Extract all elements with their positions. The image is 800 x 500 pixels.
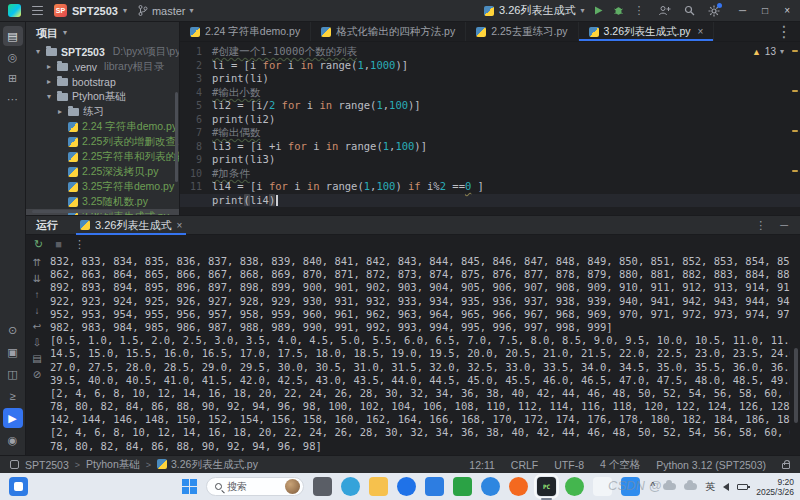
taskbar-clock[interactable]: 9:20 2025/3/26 [756,477,794,497]
editor-tab[interactable]: 3.26列表生成式.py× [579,22,715,41]
up-stack-trace-icon[interactable]: ↑ [35,287,40,303]
hide-tool-window-button[interactable]: ─ [780,219,788,231]
vcs-branch-widget[interactable]: master ▾ [138,5,194,17]
taskbar-app-dark-icon[interactable] [313,477,332,496]
structure-tool-icon[interactable]: ⊞ [3,68,23,88]
print-icon[interactable]: ▤ [32,351,41,367]
taskbar-app-blue-round-icon[interactable] [481,477,500,496]
breadcrumb[interactable]: SPT2503>Ptyhon基础>3.26列表生成式.py [10,458,258,472]
down-stack-trace-icon[interactable]: ↓ [35,303,40,319]
run-button[interactable] [593,5,604,16]
editor-tab[interactable]: 2.24 字符串demo.py [180,22,311,41]
tree-item[interactable]: ▾Ptyhon基础 [26,89,179,104]
taskbar-search-box[interactable]: 搜索 [206,477,304,496]
hidden-icons-chevron[interactable]: ^ [650,481,655,492]
tree-item[interactable]: ▸练习 [26,104,179,119]
taskbar-firefox-icon[interactable] [509,477,528,496]
inspections-widget[interactable]: ▲ 13 ▾ [752,46,784,57]
tree-item[interactable]: ▾SPT2503D:\pyx\项目\python\myflaskd [26,44,179,59]
tool-window-widget-icon[interactable] [10,460,19,469]
weather-icon[interactable] [663,483,676,490]
taskbar-chat-app-icon[interactable] [593,477,612,496]
taskbar-wechat-icon[interactable] [453,477,472,496]
chevron-right-icon[interactable]: ▸ [45,62,53,71]
breadcrumb-item[interactable]: Ptyhon基础 [86,458,140,472]
chevron-down-icon[interactable]: ▾ [45,92,53,101]
run-panel-options-button[interactable]: ⋮ [755,219,766,232]
project-horizontal-scrollbar[interactable] [32,210,112,213]
window-close-button[interactable]: × [784,5,790,16]
code-editor[interactable]: 123456789101112 #创建一个1-10000个数的列表li = [i… [180,42,800,215]
indent-widget[interactable]: 4 个空格 [600,458,640,472]
more-tool-windows-icon[interactable]: ⋯ [3,89,23,109]
scroll-to-end-icon[interactable]: ⇩ [33,335,41,351]
tree-item[interactable]: ▸.venvlibrary根目录 [26,59,179,74]
taskbar-app-blue-circle-icon[interactable] [397,477,416,496]
python-interpreter-widget[interactable]: Python 3.12 (SPT2503) [656,459,766,471]
taskbar-file-explorer-icon[interactable] [369,477,388,496]
taskbar-app-water-drop-icon[interactable] [621,477,640,496]
encoding-widget[interactable]: UTF-8 [554,459,584,471]
search-everywhere-icon[interactable] [684,5,695,16]
project-panel-header[interactable]: 项目 ▾ [26,22,179,44]
more-run-actions-button[interactable]: ⋮ [633,4,644,17]
terminal-tool-icon[interactable]: ▣ [3,342,23,362]
python-console-tool-icon[interactable]: ≥ [3,386,23,406]
battery-icon[interactable] [737,484,748,490]
main-menu-button[interactable] [32,6,43,15]
project-widget[interactable]: SP SPT2503 ▾ [54,4,127,17]
more-options-button[interactable]: ⋮ [74,238,85,251]
read-only-lock-icon[interactable] [782,463,790,469]
chevron-right-icon[interactable]: ▸ [45,77,53,86]
caret-position-widget[interactable]: 12:11 [469,459,495,471]
taskbar-pycharm-icon[interactable]: PC [537,477,556,496]
project-vertical-scrollbar[interactable] [175,92,178,182]
soft-wrap-icon[interactable]: ↩ [33,319,41,335]
tree-item[interactable]: 3.25随机数.py [26,194,179,209]
cloud-sync-icon[interactable] [684,483,697,490]
tree-item[interactable]: 2.25深浅拷贝.py [26,164,179,179]
breadcrumb-item[interactable]: 3.26列表生成式.py [157,458,258,472]
console-output[interactable]: 832, 833, 834, 835, 836, 837, 838, 839, … [50,255,790,455]
chevron-right-icon[interactable]: ▸ [56,107,64,116]
jump-to-top-icon[interactable]: ⇈ [33,255,41,271]
tree-item[interactable]: 2.24 字符串demo.py [26,119,179,134]
jump-to-bottom-icon[interactable]: ⇊ [33,271,41,287]
tab-options-button[interactable]: ⋮ [768,22,800,41]
breadcrumb-item[interactable]: SPT2503 [25,459,69,471]
taskbar-pinned-blue-app-icon[interactable] [9,477,28,496]
settings-button[interactable] [708,5,720,17]
run-configuration-selector[interactable]: 3.26列表生成式 ▾ [484,3,584,18]
python-packages-tool-icon[interactable]: ◫ [3,364,23,384]
run-tab[interactable]: 3.26列表生成式 × [76,216,186,235]
tree-item[interactable]: 3.25字符串demo.py [26,179,179,194]
editor-scrollbar[interactable] [790,42,800,215]
tree-item[interactable]: 2.25列表的增删改查.py [26,134,179,149]
chevron-down-icon[interactable]: ▾ [34,47,42,56]
window-maximize-button[interactable]: □ [762,5,768,16]
editor-tab[interactable]: 2.25去重练习.py [466,22,578,41]
clear-all-icon[interactable]: ⊘ [33,367,41,383]
close-icon[interactable]: × [698,26,704,37]
stop-button[interactable]: ■ [55,238,62,250]
tree-item[interactable]: ▸bootstrap [26,74,179,89]
taskbar-edge-icon[interactable] [341,477,360,496]
taskbar-app-green-icon[interactable] [565,477,584,496]
editor-tab[interactable]: 格式化输出的四种方法.py [311,22,466,41]
volume-icon[interactable] [723,483,729,491]
line-separator-widget[interactable]: CRLF [511,459,538,471]
project-tool-icon[interactable]: ▤ [3,26,23,46]
taskbar-app-blue-tile-icon[interactable] [425,477,444,496]
windows-start-button[interactable] [182,479,197,494]
window-minimize-button[interactable]: ─ [739,5,746,16]
problems-tool-icon[interactable]: ⊙ [3,320,23,340]
code-with-me-icon[interactable] [658,5,671,16]
tree-item[interactable]: 2.25字符串和列表的转换.py [26,149,179,164]
console-scrollbar[interactable] [794,348,798,423]
close-icon[interactable]: × [176,220,182,231]
ime-indicator[interactable]: 英 [705,480,715,494]
debug-button[interactable] [613,5,624,16]
commit-tool-icon[interactable]: ◎ [3,47,23,67]
rerun-button[interactable]: ↻ [34,238,43,251]
run-tool-icon[interactable]: ▶ [3,408,23,428]
